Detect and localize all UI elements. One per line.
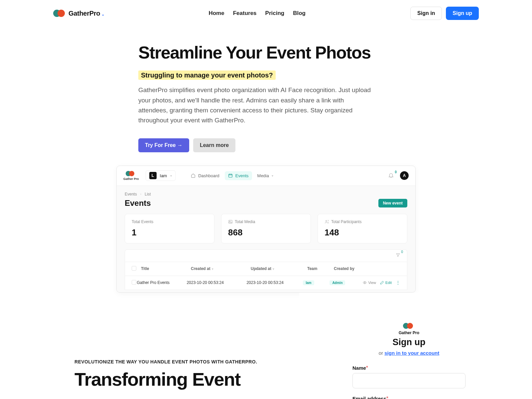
name-label: Name [352,365,366,371]
page-title: Events [125,199,151,208]
chevron-down-icon: ▾ [272,174,273,178]
logo-mark-icon [53,9,66,17]
new-event-button[interactable]: New event [378,199,407,207]
nav-events-label: Events [235,173,249,178]
stat-label: Total Media [235,219,255,224]
edit-button[interactable]: Edit [380,281,392,285]
app-topbar: Gather Pro L Iam ▾ Dashboard Ev [117,166,415,186]
nav-features[interactable]: Features [233,10,257,17]
cell-updated: 2023-10-20 00:53:24 [246,280,303,285]
filter-count: 0 [401,250,403,254]
signup-title: Sign up [352,337,466,347]
creator-tag: Admin [330,280,345,285]
stat-total-events: Total Events 1 [125,214,214,243]
col-team[interactable]: Team [307,266,334,271]
signin-button[interactable]: Sign in [410,7,442,20]
product-screenshot: Gather Pro L Iam ▾ Dashboard Ev [116,166,416,293]
signup-alt-row: or sign in to your account [352,350,466,356]
view-button[interactable]: View [363,281,376,285]
more-menu-button[interactable]: ⋮ [396,280,400,285]
user-avatar[interactable]: A [400,171,409,180]
email-field-group: Email address* [352,396,466,399]
checkbox-all[interactable] [132,266,136,271]
svg-rect-0 [229,174,232,177]
svg-rect-1 [229,220,232,223]
sort-icon: ▾ [273,267,274,271]
try-free-button[interactable]: Try For Free → [138,138,189,152]
nav-blog[interactable]: Blog [293,10,306,17]
signin-link[interactable]: sign in to your account [384,350,439,356]
notifications-button[interactable]: 0 [388,172,394,179]
nav-auth: Sign in Sign up [410,7,479,20]
email-label: Email address [352,396,386,399]
table-header: Title Created at▾ Updated at▾ Team Creat… [125,262,407,276]
app-logo: Gather Pro [123,171,139,181]
nav-pricing[interactable]: Pricing [265,10,285,17]
nav-links: Home Features Pricing Blog [208,10,306,17]
col-title[interactable]: Title [141,266,191,271]
table-filter-bar: 0 [125,249,407,262]
org-name: Iam [160,173,167,178]
chevron-right-icon: › [140,192,141,196]
hero-question: Struggling to manage your event photos? [138,70,276,80]
pencil-icon [380,281,384,285]
org-switcher[interactable]: L Iam ▾ [146,170,176,181]
name-field-group: Name* [352,365,466,388]
col-created-by[interactable]: Created by [334,266,367,271]
required-icon: * [386,396,388,399]
stat-value: 148 [325,227,400,238]
nav-media-label: Media [257,173,269,178]
checkbox-row[interactable] [132,280,136,285]
signup-or-text: or [379,350,385,356]
stat-value: 1 [132,227,207,238]
filter-icon [396,253,400,257]
breadcrumb-root[interactable]: Events [125,192,137,197]
col-created[interactable]: Created at▾ [191,266,251,271]
nav-events[interactable]: Events [225,171,252,180]
app-body: Events › List Events New event Total Eve… [117,186,415,293]
nav-media[interactable]: Media ▾ [254,171,277,180]
image-icon [228,219,233,224]
topbar-right: 0 A [388,171,409,180]
learn-more-button[interactable]: Learn more [193,138,235,152]
stats-row: Total Events 1 Total Media 868 Total Par… [125,214,407,243]
stat-total-participants: Total Participants 148 [318,214,407,243]
name-input[interactable] [352,373,466,388]
brand-dot-icon: . [102,10,104,17]
section-header: Events New event [125,199,407,208]
stat-label: Total Participants [331,219,361,224]
top-nav: GatherPro . Home Features Pricing Blog S… [0,0,532,27]
screenshot-container: Gather Pro L Iam ▾ Dashboard Ev [0,152,532,293]
logo-mark-icon [403,323,415,329]
org-avatar: L [149,172,157,179]
home-icon [191,173,196,178]
table-row[interactable]: Gather Pro Events 2023-10-20 00:53:24 20… [125,276,407,290]
sort-icon: ▾ [212,267,213,271]
required-icon: * [366,365,368,371]
users-icon [325,219,329,224]
stat-total-media: Total Media 868 [221,214,311,243]
filter-button[interactable]: 0 [396,253,400,259]
nav-home[interactable]: Home [208,10,224,17]
app-logo-mark-icon [126,171,136,177]
nav-dashboard-label: Dashboard [198,173,219,178]
team-tag: Iam [303,280,314,285]
cell-title: Gather Pro Events [137,280,187,285]
col-updated[interactable]: Updated at▾ [251,266,307,271]
svg-point-3 [326,220,327,222]
row-actions: View Edit ⋮ [363,280,400,285]
hero-headline: Streamline Your Event Photos [138,43,372,62]
bell-icon [388,172,394,178]
signup-logo: Gather Pro [352,323,466,335]
breadcrumb: Events › List [125,192,407,197]
brand-logo[interactable]: GatherPro . [53,9,104,17]
breadcrumb-current: List [145,192,151,197]
signup-button[interactable]: Sign up [446,7,479,20]
stat-label: Total Events [132,219,207,224]
features-overline: REVOLUTIONIZE THE WAY YOU HANDLE EVENT P… [74,359,286,364]
svg-point-4 [364,282,365,283]
hero-cta-row: Try For Free → Learn more [138,138,372,152]
signup-panel: Gather Pro Sign up or sign in to your ac… [299,293,532,399]
features-heading: Transforming Event [74,370,286,389]
nav-dashboard[interactable]: Dashboard [188,171,223,180]
